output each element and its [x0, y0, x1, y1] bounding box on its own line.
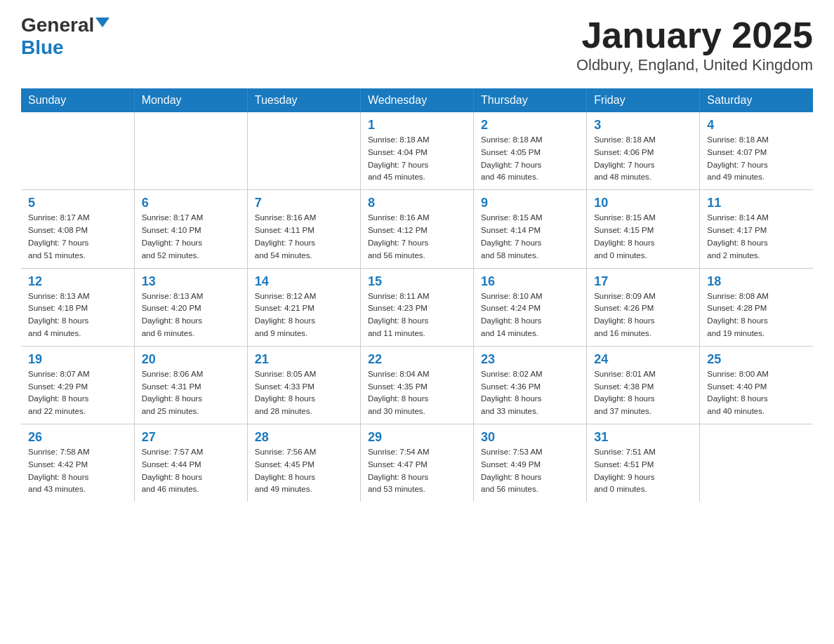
calendar-cell: 2Sunrise: 8:18 AM Sunset: 4:05 PM Daylig…: [474, 112, 587, 190]
day-info: Sunrise: 8:05 AM Sunset: 4:33 PM Dayligh…: [255, 368, 353, 418]
day-number: 29: [368, 430, 466, 445]
column-header-wednesday: Wednesday: [360, 88, 473, 112]
day-info: Sunrise: 8:16 AM Sunset: 4:12 PM Dayligh…: [368, 212, 466, 262]
day-number: 27: [142, 430, 240, 445]
calendar-cell: 15Sunrise: 8:11 AM Sunset: 4:23 PM Dayli…: [360, 268, 473, 346]
calendar-cell: 7Sunrise: 8:16 AM Sunset: 4:11 PM Daylig…: [247, 190, 360, 268]
day-number: 13: [142, 274, 240, 289]
calendar-cell: 9Sunrise: 8:15 AM Sunset: 4:14 PM Daylig…: [474, 190, 587, 268]
calendar-cell: 17Sunrise: 8:09 AM Sunset: 4:26 PM Dayli…: [587, 268, 700, 346]
logo-blue-text: Blue: [21, 36, 64, 58]
day-number: 18: [707, 274, 806, 289]
calendar-cell: 20Sunrise: 8:06 AM Sunset: 4:31 PM Dayli…: [134, 346, 247, 424]
day-number: 9: [481, 196, 579, 210]
day-number: 21: [255, 352, 353, 367]
calendar-cell: 5Sunrise: 8:17 AM Sunset: 4:08 PM Daylig…: [21, 190, 134, 268]
day-info: Sunrise: 8:18 AM Sunset: 4:06 PM Dayligh…: [594, 134, 692, 184]
calendar-cell: 26Sunrise: 7:58 AM Sunset: 4:42 PM Dayli…: [21, 424, 134, 502]
calendar-cell: 28Sunrise: 7:56 AM Sunset: 4:45 PM Dayli…: [247, 424, 360, 502]
calendar-cell: [21, 112, 134, 190]
column-header-friday: Friday: [587, 88, 700, 112]
day-info: Sunrise: 8:09 AM Sunset: 4:26 PM Dayligh…: [594, 290, 692, 340]
calendar-cell: 8Sunrise: 8:16 AM Sunset: 4:12 PM Daylig…: [360, 190, 473, 268]
day-info: Sunrise: 8:17 AM Sunset: 4:08 PM Dayligh…: [28, 212, 127, 262]
calendar-week-3: 12Sunrise: 8:13 AM Sunset: 4:18 PM Dayli…: [21, 268, 813, 346]
day-number: 25: [707, 352, 806, 367]
day-number: 7: [255, 196, 353, 210]
day-info: Sunrise: 8:18 AM Sunset: 4:04 PM Dayligh…: [368, 134, 466, 184]
day-info: Sunrise: 8:07 AM Sunset: 4:29 PM Dayligh…: [28, 368, 127, 418]
calendar-cell: 10Sunrise: 8:15 AM Sunset: 4:15 PM Dayli…: [587, 190, 700, 268]
day-info: Sunrise: 8:15 AM Sunset: 4:15 PM Dayligh…: [594, 212, 692, 262]
calendar-week-5: 26Sunrise: 7:58 AM Sunset: 4:42 PM Dayli…: [21, 424, 813, 502]
day-number: 6: [142, 196, 240, 210]
day-info: Sunrise: 7:57 AM Sunset: 4:44 PM Dayligh…: [142, 446, 240, 496]
day-info: Sunrise: 8:13 AM Sunset: 4:20 PM Dayligh…: [142, 290, 240, 340]
day-info: Sunrise: 7:58 AM Sunset: 4:42 PM Dayligh…: [28, 446, 127, 496]
calendar-cell: 13Sunrise: 8:13 AM Sunset: 4:20 PM Dayli…: [134, 268, 247, 346]
day-info: Sunrise: 8:14 AM Sunset: 4:17 PM Dayligh…: [707, 212, 806, 262]
day-info: Sunrise: 8:08 AM Sunset: 4:28 PM Dayligh…: [707, 290, 806, 340]
day-number: 1: [368, 118, 466, 133]
calendar-cell: 25Sunrise: 8:00 AM Sunset: 4:40 PM Dayli…: [700, 346, 813, 424]
day-info: Sunrise: 8:06 AM Sunset: 4:31 PM Dayligh…: [142, 368, 240, 418]
day-info: Sunrise: 7:53 AM Sunset: 4:49 PM Dayligh…: [481, 446, 579, 496]
calendar-cell: 6Sunrise: 8:17 AM Sunset: 4:10 PM Daylig…: [134, 190, 247, 268]
day-number: 19: [28, 352, 127, 367]
day-info: Sunrise: 7:51 AM Sunset: 4:51 PM Dayligh…: [594, 446, 692, 496]
day-number: 5: [28, 196, 127, 210]
calendar-cell: 23Sunrise: 8:02 AM Sunset: 4:36 PM Dayli…: [474, 346, 587, 424]
calendar-cell: 4Sunrise: 8:18 AM Sunset: 4:07 PM Daylig…: [700, 112, 813, 190]
day-info: Sunrise: 8:10 AM Sunset: 4:24 PM Dayligh…: [481, 290, 579, 340]
calendar-cell: 3Sunrise: 8:18 AM Sunset: 4:06 PM Daylig…: [587, 112, 700, 190]
day-info: Sunrise: 8:18 AM Sunset: 4:05 PM Dayligh…: [481, 134, 579, 184]
column-header-sunday: Sunday: [21, 88, 134, 112]
location-title: Oldbury, England, United Kingdom: [576, 56, 813, 74]
calendar-cell: [134, 112, 247, 190]
calendar-cell: 12Sunrise: 8:13 AM Sunset: 4:18 PM Dayli…: [21, 268, 134, 346]
day-number: 26: [28, 430, 127, 445]
day-number: 14: [255, 274, 353, 289]
day-info: Sunrise: 8:04 AM Sunset: 4:35 PM Dayligh…: [368, 368, 466, 418]
logo-general-text: General: [21, 14, 94, 36]
day-number: 12: [28, 274, 127, 289]
day-number: 4: [707, 118, 806, 133]
day-number: 23: [481, 352, 579, 367]
calendar-cell: 21Sunrise: 8:05 AM Sunset: 4:33 PM Dayli…: [247, 346, 360, 424]
calendar-cell: 24Sunrise: 8:01 AM Sunset: 4:38 PM Dayli…: [587, 346, 700, 424]
title-area: January 2025 Oldbury, England, United Ki…: [576, 14, 813, 74]
day-number: 3: [594, 118, 692, 133]
day-info: Sunrise: 8:12 AM Sunset: 4:21 PM Dayligh…: [255, 290, 353, 340]
calendar-cell: 18Sunrise: 8:08 AM Sunset: 4:28 PM Dayli…: [700, 268, 813, 346]
column-header-tuesday: Tuesday: [247, 88, 360, 112]
calendar-cell: 31Sunrise: 7:51 AM Sunset: 4:51 PM Dayli…: [587, 424, 700, 502]
day-info: Sunrise: 8:01 AM Sunset: 4:38 PM Dayligh…: [594, 368, 692, 418]
logo: General Blue: [21, 14, 110, 59]
day-number: 24: [594, 352, 692, 367]
day-number: 30: [481, 430, 579, 445]
calendar-cell: 29Sunrise: 7:54 AM Sunset: 4:47 PM Dayli…: [360, 424, 473, 502]
day-info: Sunrise: 8:00 AM Sunset: 4:40 PM Dayligh…: [707, 368, 806, 418]
day-number: 2: [481, 118, 579, 133]
calendar-week-4: 19Sunrise: 8:07 AM Sunset: 4:29 PM Dayli…: [21, 346, 813, 424]
day-info: Sunrise: 7:56 AM Sunset: 4:45 PM Dayligh…: [255, 446, 353, 496]
day-number: 8: [368, 196, 466, 210]
header: General Blue January 2025 Oldbury, Engla…: [21, 14, 813, 74]
month-title: January 2025: [576, 14, 813, 56]
column-header-thursday: Thursday: [474, 88, 587, 112]
logo-triangle-icon: [95, 18, 110, 27]
day-info: Sunrise: 8:16 AM Sunset: 4:11 PM Dayligh…: [255, 212, 353, 262]
calendar-cell: 27Sunrise: 7:57 AM Sunset: 4:44 PM Dayli…: [134, 424, 247, 502]
calendar-header-row: SundayMondayTuesdayWednesdayThursdayFrid…: [21, 88, 813, 112]
calendar-cell: 14Sunrise: 8:12 AM Sunset: 4:21 PM Dayli…: [247, 268, 360, 346]
calendar-week-1: 1Sunrise: 8:18 AM Sunset: 4:04 PM Daylig…: [21, 112, 813, 190]
day-number: 17: [594, 274, 692, 289]
day-number: 10: [594, 196, 692, 210]
day-info: Sunrise: 8:13 AM Sunset: 4:18 PM Dayligh…: [28, 290, 127, 340]
day-number: 15: [368, 274, 466, 289]
day-info: Sunrise: 8:11 AM Sunset: 4:23 PM Dayligh…: [368, 290, 466, 340]
calendar-cell: 16Sunrise: 8:10 AM Sunset: 4:24 PM Dayli…: [474, 268, 587, 346]
day-info: Sunrise: 8:17 AM Sunset: 4:10 PM Dayligh…: [142, 212, 240, 262]
column-header-monday: Monday: [134, 88, 247, 112]
day-info: Sunrise: 7:54 AM Sunset: 4:47 PM Dayligh…: [368, 446, 466, 496]
